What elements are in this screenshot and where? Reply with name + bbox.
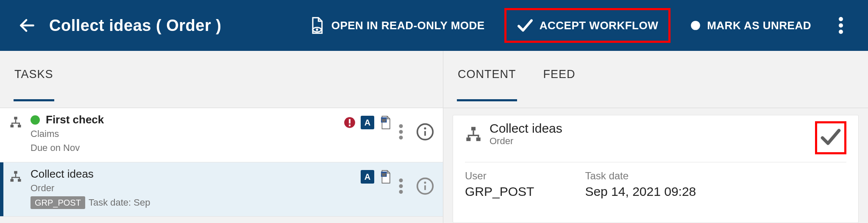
svg-point-16 xyxy=(399,130,403,134)
arrow-left-icon xyxy=(18,16,36,35)
svg-text:W: W xyxy=(382,118,386,123)
back-button[interactable] xyxy=(17,15,37,36)
svg-rect-34 xyxy=(476,137,481,141)
tab-content[interactable]: CONTENT xyxy=(457,64,517,101)
right-pane: CONTENT FEED Collect ideas Order xyxy=(443,51,868,223)
svg-point-17 xyxy=(399,136,403,139)
svg-point-3 xyxy=(691,21,700,30)
task-body: Collect ideas Order GRP_POSTTask date: S… xyxy=(31,167,354,209)
card-fields: User GRP_POST Task date Sep 14, 2021 09:… xyxy=(465,170,846,199)
type-badge: A xyxy=(361,116,374,129)
svg-rect-8 xyxy=(11,125,14,127)
accept-workflow-button[interactable]: ACCEPT WORKFLOW xyxy=(504,8,670,43)
type-badge: A xyxy=(361,170,374,184)
svg-rect-11 xyxy=(349,119,351,124)
left-pane: TASKS First check Claims Due on Nov xyxy=(0,51,443,223)
main-body: TASKS First check Claims Due on Nov xyxy=(0,51,868,223)
task-date-text: Task date: Sep xyxy=(89,197,150,208)
task-title: First check xyxy=(46,113,104,126)
group-chip: GRP_POST xyxy=(31,196,85,209)
more-menu-button[interactable] xyxy=(831,17,851,34)
mark-unread-button[interactable]: MARK AS UNREAD xyxy=(684,16,817,36)
svg-point-26 xyxy=(399,178,403,182)
field-label: User xyxy=(465,170,534,182)
svg-point-31 xyxy=(424,181,426,184)
task-meta: GRP_POSTTask date: Sep xyxy=(31,196,354,209)
task-subtitle: Claims xyxy=(31,128,337,140)
page-title: Collect ideas ( Order ) xyxy=(49,17,291,35)
task-subtitle: Order xyxy=(31,182,354,195)
word-doc-icon: W xyxy=(379,170,392,184)
dot-icon xyxy=(690,20,701,31)
svg-rect-23 xyxy=(18,179,21,181)
svg-point-28 xyxy=(399,190,403,194)
field-value: GRP_POST xyxy=(465,184,534,199)
more-vertical-icon[interactable] xyxy=(399,178,403,194)
task-item[interactable]: First check Claims Due on Nov A W xyxy=(0,108,443,162)
check-icon xyxy=(820,126,842,148)
left-tabs: TASKS xyxy=(0,51,443,108)
divider xyxy=(465,162,846,162)
right-tabs: CONTENT FEED xyxy=(443,51,868,108)
workflow-tree-icon xyxy=(465,121,482,142)
svg-point-4 xyxy=(839,17,843,21)
field-user: User GRP_POST xyxy=(465,170,534,199)
field-label: Task date xyxy=(585,170,696,182)
tab-tasks[interactable]: TASKS xyxy=(14,64,54,101)
svg-point-6 xyxy=(839,30,843,34)
task-due: Due on Nov xyxy=(31,142,337,154)
svg-point-15 xyxy=(399,124,403,128)
task-badges: A W xyxy=(361,167,392,184)
task-side-actions xyxy=(399,167,434,195)
task-list: First check Claims Due on Nov A W xyxy=(0,108,443,223)
svg-rect-32 xyxy=(471,127,476,130)
svg-rect-22 xyxy=(11,179,14,181)
svg-rect-12 xyxy=(349,125,351,126)
header-actions: OPEN IN READ-ONLY MODE ACCEPT WORKFLOW M… xyxy=(303,8,851,43)
info-icon[interactable] xyxy=(416,123,434,141)
card-subtitle: Order xyxy=(490,136,807,147)
open-read-only-button[interactable]: OPEN IN READ-ONLY MODE xyxy=(303,13,491,38)
svg-point-20 xyxy=(424,127,426,129)
svg-rect-9 xyxy=(18,125,21,127)
mark-unread-label: MARK AS UNREAD xyxy=(707,19,811,32)
tab-feed[interactable]: FEED xyxy=(542,64,576,101)
status-dot xyxy=(31,115,40,125)
task-body: First check Claims Due on Nov xyxy=(31,113,337,154)
accept-workflow-label: ACCEPT WORKFLOW xyxy=(540,19,658,32)
task-title: Collect ideas xyxy=(31,167,94,181)
svg-point-2 xyxy=(316,28,318,31)
workflow-tree-icon xyxy=(9,167,24,184)
info-icon[interactable] xyxy=(416,177,434,195)
accept-check-button[interactable] xyxy=(815,121,846,154)
svg-rect-33 xyxy=(466,137,470,141)
document-eye-icon xyxy=(309,16,326,35)
svg-rect-7 xyxy=(14,117,17,120)
workflow-tree-icon xyxy=(9,113,24,130)
more-vertical-icon[interactable] xyxy=(399,124,403,139)
svg-text:W: W xyxy=(382,172,386,177)
card-title: Collect ideas xyxy=(490,121,807,136)
more-vertical-icon xyxy=(839,17,843,34)
task-side-actions xyxy=(399,113,434,141)
field-task-date: Task date Sep 14, 2021 09:28 xyxy=(585,170,696,199)
field-value: Sep 14, 2021 09:28 xyxy=(585,184,696,199)
content-card: Collect ideas Order User GRP_POST Task d… xyxy=(453,115,859,223)
svg-rect-21 xyxy=(14,171,17,174)
task-badges: A W xyxy=(344,113,392,129)
word-doc-icon: W xyxy=(379,116,392,129)
alert-icon xyxy=(344,117,356,128)
check-icon xyxy=(517,17,534,34)
task-item[interactable]: Collect ideas Order GRP_POSTTask date: S… xyxy=(0,162,443,217)
top-bar: Collect ideas ( Order ) OPEN IN READ-ONL… xyxy=(0,0,868,51)
open-read-only-label: OPEN IN READ-ONLY MODE xyxy=(331,19,485,32)
svg-point-5 xyxy=(839,23,843,28)
svg-point-27 xyxy=(399,184,403,188)
card-header: Collect ideas Order xyxy=(465,121,846,154)
